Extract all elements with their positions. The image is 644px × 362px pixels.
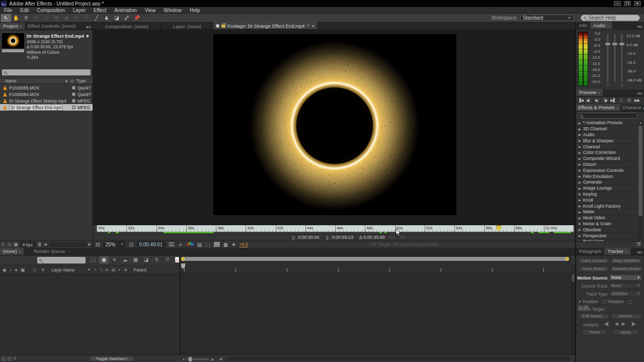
column-type[interactable]: Type bbox=[76, 78, 86, 83]
resolution-icon[interactable]: ▤ bbox=[197, 241, 202, 248]
tab-project[interactable]: Project× bbox=[0, 23, 25, 30]
disclosure-triangle-icon[interactable]: ▶ bbox=[579, 168, 581, 172]
bit-depth-button[interactable]: 8 bpc bbox=[20, 242, 36, 247]
panel-menu-icon[interactable]: ▾≡ bbox=[86, 25, 93, 30]
roto-brush-tool[interactable]: 🖉 bbox=[122, 14, 132, 22]
effects-category-row[interactable]: ▶ Matte bbox=[576, 209, 638, 215]
motion-blur-switch-icon[interactable]: ◐ bbox=[117, 267, 122, 272]
audio-toggle-button[interactable]: ♪ bbox=[617, 97, 625, 104]
panel-menu-icon[interactable]: ▾≡ bbox=[637, 91, 644, 96]
disclosure-triangle-icon[interactable]: ▶ bbox=[579, 222, 581, 225]
column-layer-name[interactable]: Layer Name bbox=[51, 267, 74, 273]
navigator-end-handle[interactable] bbox=[566, 257, 569, 261]
project-item-row[interactable]: P1030085.MOV QuickT bbox=[0, 84, 93, 91]
menu-item[interactable]: Effect bbox=[90, 7, 110, 14]
timeline-track-area[interactable] bbox=[180, 255, 571, 354]
disclosure-triangle-icon[interactable]: ▶ bbox=[579, 151, 581, 154]
tab-layer[interactable]: Layer: (none) bbox=[161, 24, 214, 29]
footage-name[interactable]: Dr Strange Effect End.mp4 ▼ bbox=[27, 34, 90, 39]
effects-switch-icon[interactable]: fx bbox=[104, 267, 110, 272]
item-checkbox[interactable] bbox=[72, 93, 75, 96]
effects-category-row[interactable]: ▶ Color Correction bbox=[576, 150, 638, 156]
track-motion-button[interactable]: Track Motion bbox=[578, 266, 609, 272]
expand-transfer-controls-icon[interactable]: ◰ bbox=[8, 356, 12, 361]
video-eye-icon[interactable]: ◉ bbox=[1, 267, 8, 273]
project-item-row[interactable]: Dr Strange Effect Startup.mp4 MPEG bbox=[0, 98, 93, 104]
expand-layer-switches-icon[interactable]: ◱ bbox=[2, 356, 6, 361]
project-horizontal-scrollbar[interactable] bbox=[49, 242, 87, 247]
effects-category-row[interactable]: ▶ Neat Video bbox=[576, 215, 638, 221]
safe-margins-icon[interactable]: ⊡ bbox=[129, 241, 133, 248]
ripple-insert-edit-icon[interactable] bbox=[388, 235, 396, 240]
tab-paragraph[interactable]: Paragraph bbox=[576, 248, 604, 255]
disclosure-triangle-icon[interactable]: ▶ bbox=[579, 121, 581, 125]
next-frame-button[interactable]: ▕▶ bbox=[601, 97, 609, 104]
motion-blur-icon[interactable]: ◪ bbox=[141, 256, 151, 264]
camera-tool[interactable]: ⌸ bbox=[41, 14, 51, 22]
current-time-field[interactable]: 0:00:49:01 bbox=[137, 241, 165, 247]
scroll-left-icon[interactable]: ◀ bbox=[219, 357, 222, 361]
item-checkbox[interactable] bbox=[72, 99, 75, 103]
show-channel-icon[interactable] bbox=[187, 242, 194, 247]
tab-tracker[interactable]: Tracker× bbox=[604, 248, 630, 255]
disclosure-triangle-icon[interactable]: ▶ bbox=[579, 228, 581, 231]
disclosure-triangle-icon[interactable]: ▶ bbox=[579, 204, 581, 208]
in-point-button[interactable]: { bbox=[290, 235, 296, 240]
effects-category-row[interactable]: ▶ Generate bbox=[576, 179, 638, 186]
tab-preview[interactable]: Preview× bbox=[576, 89, 603, 96]
exposure-icon[interactable]: ✷ bbox=[231, 241, 235, 248]
analyze-forward-1-icon[interactable]: ▕▶ bbox=[629, 321, 636, 326]
stabilize-motion-button[interactable]: Stabilize Motion bbox=[611, 266, 642, 272]
effects-category-row[interactable]: ▶ Obsolete bbox=[576, 227, 638, 233]
effects-category-row[interactable]: ▶ Channel bbox=[576, 144, 638, 150]
frame-blend-switch-icon[interactable]: ▤ bbox=[110, 267, 117, 272]
disclosure-triangle-icon[interactable]: ▶ bbox=[579, 162, 581, 166]
tab-info[interactable]: Info bbox=[576, 22, 590, 29]
selection-tool[interactable]: ↖ bbox=[1, 14, 11, 22]
tab-footage[interactable]: Footage: Dr Strange Effect End.mp4 ▼ × bbox=[213, 22, 317, 29]
item-checkbox[interactable] bbox=[72, 86, 75, 89]
menu-item[interactable]: Animation bbox=[110, 7, 140, 14]
zoom-slider-handle[interactable] bbox=[189, 357, 192, 361]
out-point-button[interactable]: } bbox=[325, 235, 331, 240]
reset-button[interactable]: Reset bbox=[582, 329, 606, 335]
zoom-out-mountain-icon[interactable]: ▲ bbox=[182, 357, 185, 360]
chevron-down-icon[interactable]: ▼ bbox=[307, 24, 310, 27]
track-camera-button[interactable]: Track Camera bbox=[578, 258, 609, 264]
effects-category-row[interactable]: ▶ * Animation Presets bbox=[576, 120, 638, 126]
solo-icon[interactable]: ● bbox=[13, 267, 19, 273]
scroll-up-icon[interactable]: ▲ bbox=[638, 120, 643, 125]
menu-item[interactable]: Composition bbox=[33, 7, 69, 14]
region-of-interest-icon[interactable]: ⬚ bbox=[205, 241, 210, 248]
composition-family-icon[interactable]: ▣ bbox=[99, 256, 109, 264]
motion-source-dropdown[interactable]: None▼ bbox=[609, 275, 642, 281]
disclosure-triangle-icon[interactable]: ▶ bbox=[579, 133, 581, 136]
effects-category-row[interactable]: ▶ Expression Controls bbox=[576, 167, 638, 173]
panel-menu-icon[interactable]: ▾≡ bbox=[637, 24, 644, 29]
navigator-start-handle[interactable] bbox=[181, 257, 185, 261]
timeline-vertical-scrollbar[interactable] bbox=[571, 275, 575, 354]
type-tool[interactable]: T bbox=[82, 14, 92, 22]
new-folder-icon[interactable]: 🗀 bbox=[7, 242, 12, 247]
collapse-switch-icon[interactable]: ✧ bbox=[92, 267, 99, 272]
timeline-horizontal-scrollbar[interactable] bbox=[226, 357, 570, 361]
previous-frame-button[interactable]: ◀▏ bbox=[585, 97, 593, 104]
disclosure-triangle-icon[interactable]: ▶ bbox=[579, 127, 581, 131]
disclosure-triangle-icon[interactable]: ▶ bbox=[579, 210, 581, 214]
warp-stabilizer-button[interactable]: Warp Stabilizer bbox=[611, 258, 642, 264]
effects-category-row[interactable]: ▶ Knoll bbox=[576, 197, 638, 203]
footage-time-ruler[interactable]: 30s32s34s36s38s40s42s44s46s48s50s52s54s5… bbox=[97, 225, 574, 232]
position-check-icon[interactable]: ✓ bbox=[578, 299, 582, 304]
panel-menu-icon[interactable]: ▾≡ bbox=[637, 250, 644, 255]
play-button[interactable]: ▶ bbox=[593, 97, 601, 104]
tab-effects-presets[interactable]: Effects & Presets× bbox=[576, 104, 620, 111]
always-preview-icon[interactable]: ⊟ bbox=[96, 241, 100, 248]
out-time[interactable]: 0:00:59:23 bbox=[332, 235, 354, 240]
disclosure-triangle-icon[interactable]: ▶ bbox=[579, 157, 581, 160]
disclosure-triangle-icon[interactable]: ▶ bbox=[579, 192, 581, 196]
puppet-pin-tool[interactable]: 📌 bbox=[132, 14, 142, 22]
tab-character[interactable]: Characte bbox=[620, 104, 643, 111]
trash-icon[interactable]: 🗑 bbox=[38, 242, 42, 247]
tab-timeline-none[interactable]: (none)× bbox=[0, 248, 24, 255]
timeline-ruler[interactable] bbox=[180, 262, 571, 274]
